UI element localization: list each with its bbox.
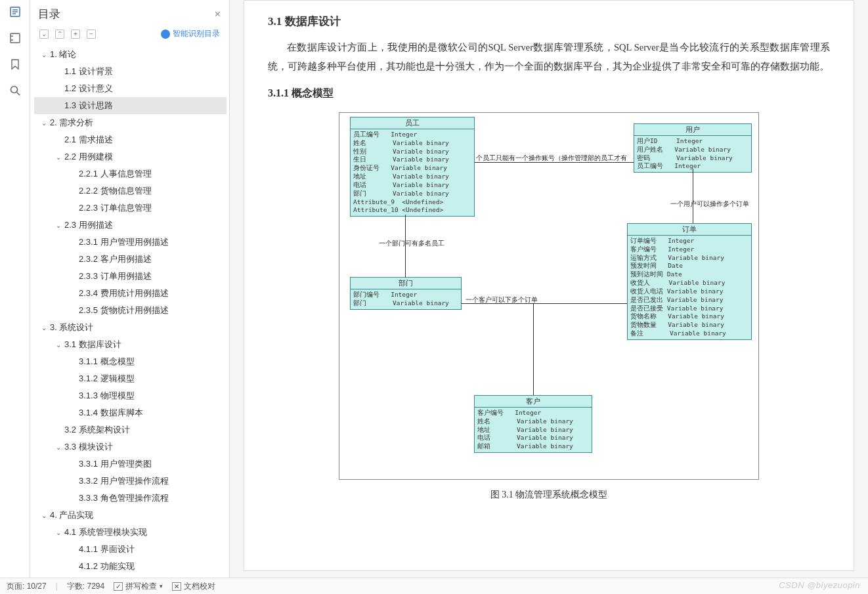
outline-item[interactable]: ⌄3.3 模块设计 — [34, 438, 227, 456]
outline-item-label: 1.2 设计意义 — [64, 83, 113, 93]
entity-rows: 员工编号 Integer 姓名 Variable binary 性别 Varia… — [351, 129, 474, 216]
outline-item-label: 3.3 模块设计 — [64, 442, 113, 452]
figure-caption: 图 3.1 物流管理系统概念模型 — [268, 489, 830, 501]
outline-item[interactable]: ⌄2.2 用例建模 — [34, 148, 227, 165]
chevron-down-icon[interactable]: ⌄ — [54, 529, 63, 536]
outline-item[interactable]: ⌄4.1 系统管理模块实现 — [34, 524, 227, 541]
outline-item-label: 1. 绪论 — [50, 49, 76, 59]
outline-item[interactable]: 3.1.4 数据库脚本 — [34, 404, 227, 421]
entity-employee: 员工 员工编号 Integer 姓名 Variable binary 性别 Va… — [350, 117, 475, 217]
outline-item-label: 2.3.3 订单用例描述 — [79, 271, 152, 281]
outline-item[interactable]: ⌄3.1 数据库设计 — [34, 336, 227, 353]
outline-item[interactable]: 2.2.2 货物信息管理 — [34, 182, 227, 200]
outline-item[interactable]: 1.2 设计意义 — [34, 80, 227, 97]
outline-item[interactable]: 3.3.1 用户管理类图 — [34, 456, 227, 473]
chevron-down-icon[interactable]: ⌄ — [54, 154, 63, 161]
outline-item[interactable]: 2.3.3 订单用例描述 — [34, 268, 227, 285]
page-indicator[interactable]: 页面: 10/27 — [7, 581, 47, 592]
add-level-icon[interactable]: + — [71, 30, 80, 39]
smart-detect-button[interactable]: 智能识别目录 — [161, 28, 220, 39]
outline-item-label: 1.3 设计思路 — [64, 100, 113, 110]
heading-3-1: 3.1 数据库设计 — [268, 14, 830, 29]
outline-item[interactable]: 3.3.3 角色管理操作流程 — [34, 490, 227, 507]
document-viewport[interactable]: 3.1 数据库设计 在数据库设计方面上，我使用的是微软公司的SQL Server… — [230, 0, 868, 578]
sidebar-title: 目录 — [38, 7, 60, 22]
entity-title: 部门 — [351, 278, 461, 289]
outline-item[interactable]: 2.3.5 货物统计用例描述 — [34, 302, 227, 319]
outline-item[interactable]: 2.3.2 客户用例描述 — [34, 251, 227, 268]
outline-item[interactable]: 1.3 设计思路 — [34, 97, 227, 114]
outline-item[interactable]: 3.1.1 概念模型 — [34, 353, 227, 370]
collapse-all-icon[interactable]: ⌃ — [55, 30, 64, 39]
expand-all-icon[interactable]: ⌄ — [39, 30, 49, 39]
chevron-down-icon[interactable]: ⌄ — [54, 222, 63, 229]
chevron-down-icon[interactable]: ⌄ — [39, 51, 49, 58]
outline-item-label: 2.1 需求描述 — [64, 135, 113, 144]
relation-label: 一个用户可以操作多个订单 — [670, 200, 749, 209]
remove-level-icon[interactable]: − — [87, 30, 96, 39]
entity-title: 客户 — [475, 396, 592, 408]
entity-dept: 部门 部门编号 Integer 部门 Variable binary — [350, 277, 462, 310]
chevron-down-icon[interactable]: ⌄ — [39, 119, 49, 127]
outline-item-label: 3.3.3 角色管理操作流程 — [79, 493, 169, 503]
outline-item-label: 1.1 设计背景 — [64, 66, 113, 76]
outline-item-label: 3.3.1 用户管理类图 — [79, 459, 152, 469]
outline-item[interactable]: ⌄2.3 用例描述 — [34, 217, 227, 234]
relation-label: 一个客户可以下多个订单 — [466, 295, 538, 305]
outline-item-label: 2.3.4 费用统计用例描述 — [79, 288, 169, 298]
diagram-line — [533, 303, 534, 395]
outline-item[interactable]: 2.3.1 用户管理用例描述 — [34, 234, 227, 251]
outline-item-label: 3.1 数据库设计 — [64, 339, 121, 349]
entity-title: 用户 — [634, 124, 751, 136]
entity-rows: 订单编号 Integer 客户编号 Integer 运输方式 Variable … — [628, 236, 751, 339]
outline-item-label: 2.3.1 用户管理用例描述 — [79, 237, 169, 247]
outline-tool-icons: ⌄ ⌃ + − — [39, 30, 96, 39]
outline-item-label: 3.1.4 数据库脚本 — [79, 408, 143, 417]
word-count[interactable]: 字数: 7294 — [67, 581, 104, 592]
chevron-down-icon[interactable]: ⌄ — [54, 444, 63, 451]
outline-item[interactable]: 1.1 设计背景 — [34, 63, 227, 80]
outline-sidebar: 目录 ✕ ⌄ ⌃ + − 智能识别目录 ⌄1. 绪论1.1 设计背景1.2 设计… — [30, 0, 230, 578]
relation-label: 个员工只能有一个操作账号（操作管理部的员工才有 — [476, 154, 627, 163]
separator: | — [56, 582, 58, 591]
outline-item[interactable]: 4.1.1 界面设计 — [34, 541, 227, 558]
outline-item[interactable]: 4.1.2 功能实现 — [34, 558, 227, 575]
outline-item[interactable]: 2.2.3 订单信息管理 — [34, 200, 227, 217]
outline-item[interactable]: 2.2.1 人事信息管理 — [34, 165, 227, 182]
compare-toggle[interactable]: ✕ 文档校对 — [172, 581, 215, 592]
outline-item[interactable]: 2.3.4 费用统计用例描述 — [34, 285, 227, 302]
search-icon[interactable] — [9, 84, 22, 97]
watermark: CSDN @biyezuopin — [779, 580, 860, 590]
svg-line-8 — [16, 93, 20, 96]
document-page: 3.1 数据库设计 在数据库设计方面上，我使用的是微软公司的SQL Server… — [244, 0, 854, 571]
svg-point-7 — [11, 87, 17, 93]
svg-rect-4 — [11, 33, 20, 43]
close-icon[interactable]: ✕ — [214, 9, 221, 19]
outline-item[interactable]: 3.1.2 逻辑模型 — [34, 370, 227, 387]
outline-item-label: 2.2 用例建模 — [64, 152, 113, 161]
ruler-icon[interactable] — [9, 32, 22, 45]
paragraph: 在数据库设计方面上，我使用的是微软公司的SQL Server数据库管理系统，SQ… — [268, 38, 830, 76]
outline-item-label: 3.1.1 概念模型 — [79, 356, 135, 366]
outline-item[interactable]: 2.1 需求描述 — [34, 131, 227, 148]
chevron-down-icon[interactable]: ⌄ — [39, 324, 49, 331]
outline-item[interactable]: 3.2 系统架构设计 — [34, 421, 227, 438]
outline-icon[interactable] — [9, 5, 22, 18]
outline-item[interactable]: ⌄4. 产品实现 — [34, 507, 227, 524]
bookmark-icon[interactable] — [9, 58, 22, 71]
outline-item-label: 2.3.5 货物统计用例描述 — [79, 305, 169, 315]
heading-3-1-1: 3.1.1 概念模型 — [268, 87, 830, 100]
spellcheck-toggle[interactable]: ✓ 拼写检查 ▾ — [114, 581, 163, 592]
entity-rows: 用户ID Integer 用户姓名 Variable binary 密码 Var… — [634, 136, 751, 172]
outline-item[interactable]: ⌄2. 需求分析 — [34, 114, 227, 131]
outline-item-label: 2.2.1 人事信息管理 — [79, 169, 152, 179]
x-icon: ✕ — [172, 582, 181, 591]
outline-item-label: 4.1.2 功能实现 — [79, 561, 135, 571]
chevron-down-icon[interactable]: ⌄ — [54, 341, 63, 349]
outline-item[interactable]: 3.3.2 用户管理操作流程 — [34, 473, 227, 490]
outline-item[interactable]: ⌄1. 绪论 — [34, 46, 227, 63]
outline-item[interactable]: 3.1.3 物理模型 — [34, 387, 227, 404]
chevron-down-icon[interactable]: ⌄ — [39, 512, 49, 519]
outline-item-label: 3.1.3 物理模型 — [79, 391, 135, 400]
outline-item[interactable]: ⌄3. 系统设计 — [34, 319, 227, 336]
